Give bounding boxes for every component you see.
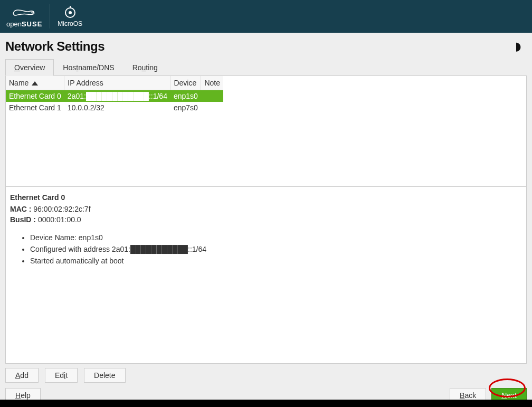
dark-mode-icon[interactable]: ◗ <box>515 40 527 53</box>
edit-button[interactable]: Edit <box>45 368 78 383</box>
header-bar: openSUSE MicroOS <box>0 0 532 33</box>
col-note[interactable]: Note <box>201 76 223 90</box>
list-item: Started automatically at boot <box>30 257 522 265</box>
detail-busid: BusID : 0000:01:00.0 <box>10 215 522 224</box>
tab-overview[interactable]: Overview <box>5 59 54 76</box>
detail-list: Device Name: enp1s0 Configured with addr… <box>30 233 522 265</box>
table-row[interactable]: Ethernet Card 0 2a01:████████████::1/64 … <box>6 90 223 102</box>
action-row: Add Edit Delete <box>5 364 527 385</box>
microos-logo-block: MicroOS <box>58 4 90 29</box>
overview-panel: Name IP Address Device Note Ethernet Car… <box>5 76 527 364</box>
page-title: Network Settings <box>5 39 104 54</box>
table-row[interactable]: Ethernet Card 1 10.0.0.2/32 enp7s0 <box>6 102 223 113</box>
microos-label: MicroOS <box>58 20 82 27</box>
list-item: Configured with address 2a01:███████████… <box>30 245 522 253</box>
tab-hostname-dns[interactable]: Hostname/DNS <box>54 59 123 76</box>
microos-icon <box>63 5 78 20</box>
nic-table[interactable]: Name IP Address Device Note Ethernet Car… <box>6 76 223 113</box>
col-device[interactable]: Device <box>170 76 201 90</box>
svg-point-1 <box>32 12 33 13</box>
sort-asc-icon <box>32 81 38 86</box>
list-item: Device Name: enp1s0 <box>30 233 522 242</box>
nic-detail: Ethernet Card 0 MAC : 96:00:02:92:2c:7f … <box>6 187 526 363</box>
window-bottom-border <box>0 400 532 407</box>
add-button[interactable]: Add <box>5 368 39 383</box>
delete-button[interactable]: Delete <box>84 368 125 383</box>
detail-title: Ethernet Card 0 <box>10 193 522 202</box>
opensuse-logo-block: openSUSE <box>6 4 50 29</box>
tab-routing[interactable]: Routing <box>124 59 167 76</box>
col-name[interactable]: Name <box>6 76 64 90</box>
col-ip[interactable]: IP Address <box>64 76 170 90</box>
detail-mac: MAC : 96:00:02:92:2c:7f <box>10 205 522 213</box>
opensuse-label: openSUSE <box>6 20 42 28</box>
nic-table-wrap: Name IP Address Device Note Ethernet Car… <box>6 76 526 187</box>
svg-point-3 <box>69 11 72 14</box>
tabs: Overview Hostname/DNS Routing <box>5 59 527 76</box>
chameleon-icon <box>12 5 37 20</box>
